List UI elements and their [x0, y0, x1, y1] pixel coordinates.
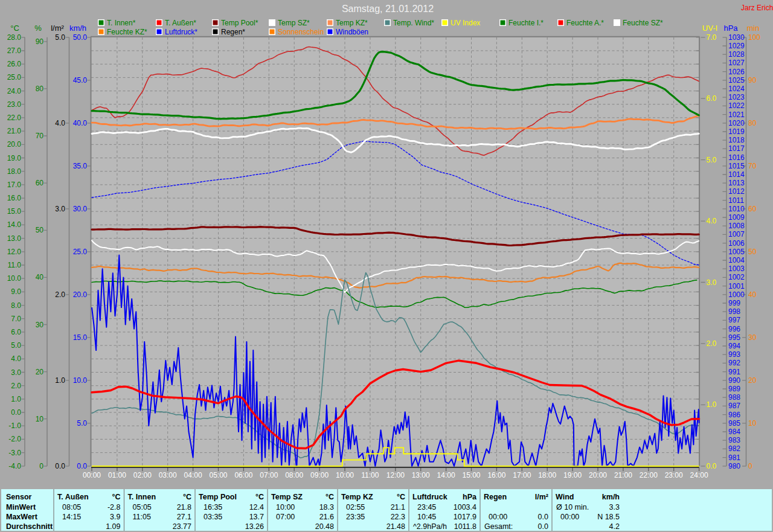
- svg-text:11:05: 11:05: [133, 513, 151, 521]
- svg-text:21.8: 21.8: [177, 503, 191, 511]
- svg-text:14.0: 14.0: [7, 220, 22, 229]
- svg-text:4.2: 4.2: [609, 522, 620, 531]
- svg-text:Durchschnitt: Durchschnitt: [6, 522, 53, 531]
- svg-text:1020: 1020: [728, 119, 745, 127]
- svg-text:Temp Pool*: Temp Pool*: [221, 19, 258, 27]
- svg-text:20.48: 20.48: [315, 522, 334, 531]
- svg-text:1004: 1004: [728, 256, 745, 264]
- svg-text:Jarz Erich: Jarz Erich: [741, 4, 773, 12]
- svg-text:21.6: 21.6: [319, 513, 334, 521]
- svg-text:993: 993: [728, 350, 740, 359]
- svg-text:Sensor: Sensor: [6, 493, 32, 501]
- svg-text:0.0: 0.0: [77, 462, 87, 470]
- svg-text:1027: 1027: [728, 59, 745, 67]
- svg-text:-1.0: -1.0: [8, 421, 21, 430]
- svg-text:03:00: 03:00: [159, 471, 177, 479]
- svg-text:20: 20: [36, 368, 44, 376]
- svg-text:08:05: 08:05: [62, 503, 81, 511]
- svg-text:hPa: hPa: [463, 493, 477, 501]
- svg-text:02:55: 02:55: [346, 503, 365, 511]
- svg-text:km/h: km/h: [602, 493, 620, 501]
- svg-text:07:00: 07:00: [276, 513, 295, 521]
- svg-text:2.0: 2.0: [55, 290, 65, 299]
- svg-text:22:00: 22:00: [640, 471, 658, 479]
- svg-text:26.0: 26.0: [7, 60, 22, 68]
- svg-text:60: 60: [748, 205, 757, 213]
- svg-text:1029: 1029: [728, 42, 745, 50]
- svg-text:01:00: 01:00: [108, 471, 126, 479]
- svg-text:23:00: 23:00: [665, 471, 683, 479]
- svg-text:Temp KZ: Temp KZ: [341, 493, 373, 501]
- svg-text:0.0: 0.0: [11, 408, 21, 417]
- svg-text:992: 992: [728, 359, 740, 367]
- svg-text:Feuchte SZ*: Feuchte SZ*: [623, 19, 663, 27]
- svg-text:4.0: 4.0: [11, 354, 21, 363]
- svg-text:50: 50: [36, 226, 44, 234]
- svg-text:07:00: 07:00: [260, 471, 278, 479]
- svg-text:60: 60: [36, 179, 44, 187]
- svg-text:997: 997: [728, 316, 740, 324]
- svg-text:1.0: 1.0: [707, 400, 717, 409]
- svg-text:999: 999: [728, 299, 740, 307]
- svg-text:1006: 1006: [728, 239, 745, 248]
- svg-text:1023: 1023: [728, 93, 745, 101]
- svg-text:Feuchte KZ*: Feuchte KZ*: [107, 28, 147, 36]
- svg-text:20.0: 20.0: [73, 290, 88, 299]
- svg-text:1010: 1010: [728, 205, 745, 213]
- svg-text:15.0: 15.0: [7, 207, 22, 216]
- svg-text:Windböen: Windböen: [336, 28, 368, 36]
- svg-text:04:00: 04:00: [184, 471, 202, 479]
- svg-text:km/h: km/h: [69, 24, 86, 33]
- svg-text:22.0: 22.0: [7, 114, 22, 122]
- svg-text:3.0: 3.0: [55, 205, 65, 213]
- svg-text:11.0: 11.0: [8, 261, 22, 269]
- svg-text:3.3: 3.3: [609, 503, 620, 511]
- svg-text:21.0: 21.0: [7, 127, 22, 135]
- svg-text:985: 985: [728, 419, 740, 428]
- svg-text:996: 996: [728, 325, 740, 333]
- svg-text:990: 990: [728, 376, 740, 385]
- svg-text:^2.9hPa/h: ^2.9hPa/h: [413, 522, 447, 531]
- svg-text:°C: °C: [183, 493, 191, 501]
- svg-text:24:00: 24:00: [690, 471, 708, 479]
- svg-text:10:00: 10:00: [336, 471, 354, 479]
- svg-text:T. Außen*: T. Außen*: [165, 19, 196, 27]
- svg-text:°C: °C: [112, 493, 120, 501]
- svg-text:994: 994: [728, 342, 740, 350]
- svg-text:°C: °C: [397, 493, 405, 501]
- svg-text:-2.0: -2.0: [8, 435, 21, 443]
- svg-text:13.7: 13.7: [249, 513, 264, 521]
- svg-text:27.1: 27.1: [177, 513, 191, 521]
- svg-text:13.0: 13.0: [7, 234, 22, 243]
- svg-text:8.0: 8.0: [11, 301, 21, 310]
- svg-text:25.0: 25.0: [7, 73, 22, 82]
- svg-text:10:00: 10:00: [276, 503, 295, 511]
- svg-text:1019: 1019: [728, 127, 745, 136]
- svg-text:00:00: 00:00: [489, 513, 507, 521]
- svg-text:10:45: 10:45: [417, 513, 436, 521]
- svg-text:988: 988: [728, 393, 740, 402]
- svg-text:T. Innen: T. Innen: [128, 493, 156, 501]
- svg-text:24.0: 24.0: [7, 87, 22, 95]
- svg-text:30.0: 30.0: [73, 205, 88, 213]
- svg-text:%: %: [34, 24, 42, 33]
- svg-text:991: 991: [728, 368, 740, 376]
- svg-text:30: 30: [748, 333, 757, 342]
- svg-text:Gesamt:: Gesamt:: [484, 522, 513, 531]
- svg-text:21:00: 21:00: [614, 471, 632, 479]
- svg-text:Regen: Regen: [484, 493, 507, 501]
- svg-text:20: 20: [748, 376, 757, 385]
- svg-text:0.0: 0.0: [538, 522, 548, 531]
- svg-text:1003.4: 1003.4: [454, 503, 476, 511]
- svg-text:18:00: 18:00: [538, 471, 556, 479]
- svg-text:Luftdruck: Luftdruck: [412, 493, 447, 501]
- svg-text:UV-I: UV-I: [702, 24, 717, 33]
- svg-text:40: 40: [36, 273, 44, 281]
- svg-text:19.0: 19.0: [7, 154, 22, 162]
- svg-text:Samstag, 21.01.2012: Samstag, 21.01.2012: [342, 4, 434, 14]
- svg-text:998: 998: [728, 307, 740, 316]
- svg-text:UV Index: UV Index: [451, 19, 480, 27]
- svg-text:Temp KZ*: Temp KZ*: [336, 19, 368, 27]
- svg-text:1026: 1026: [728, 68, 745, 76]
- svg-text:90: 90: [748, 76, 757, 85]
